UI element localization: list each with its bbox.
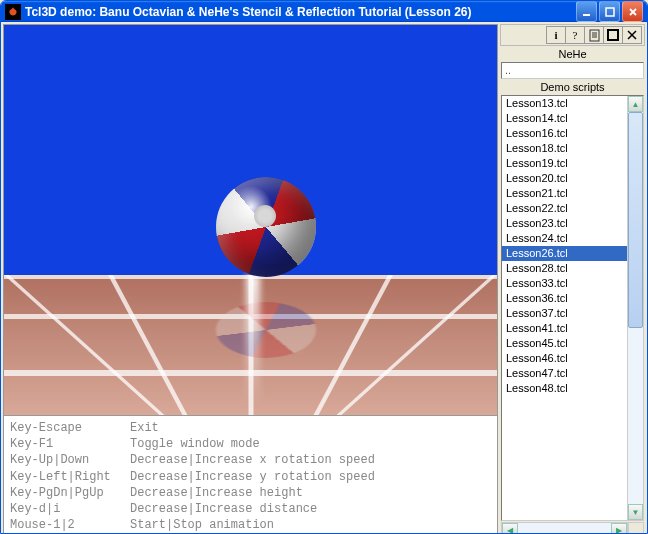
scroll-left-button[interactable]: ◀ [502,523,518,534]
minimize-button[interactable] [576,1,597,22]
help-line: Key-d|iDecrease|Increase distance [10,501,491,517]
list-item[interactable]: Lesson48.tcl [502,381,627,396]
svg-rect-6 [608,30,618,40]
help-text-panel: Key-EscapeExitKey-F1Toggle window modeKe… [4,415,497,534]
list-header: Demo scripts [500,79,645,95]
horizontal-scrollbar[interactable]: ◀ ▶ [501,522,644,534]
help-line: Key-F1Toggle window mode [10,436,491,452]
list-item[interactable]: Lesson33.tcl [502,276,627,291]
list-item[interactable]: Lesson24.tcl [502,231,627,246]
help-line: Key-Up|DownDecrease|Increase x rotation … [10,452,491,468]
scroll-up-button[interactable]: ▲ [628,96,643,112]
left-panel: Key-EscapeExitKey-F1Toggle window modeKe… [3,24,498,534]
list-item[interactable]: Lesson21.tcl [502,186,627,201]
svg-rect-0 [583,14,590,16]
client-area: Key-EscapeExitKey-F1Toggle window modeKe… [1,22,647,534]
main-row: Key-EscapeExitKey-F1Toggle window modeKe… [1,22,647,534]
app-window: Tcl3D demo: Banu Octavian & NeHe's Stenc… [0,0,648,534]
side-panel: i ? NeHe .. Demo scripts Lesson13.tclLes… [500,24,645,534]
path-input[interactable]: .. [501,62,644,79]
scroll-corner [628,522,644,534]
scroll-thumb[interactable] [628,112,643,328]
list-item[interactable]: Lesson18.tcl [502,141,627,156]
help-line: Key-Left|RightDecrease|Increase y rotati… [10,469,491,485]
help-line: Key-EscapeExit [10,420,491,436]
beach-ball [216,177,316,277]
list-item[interactable]: Lesson41.tcl [502,321,627,336]
help-line: Mouse-1|2Start|Stop animation [10,517,491,533]
app-icon [5,4,21,20]
help-line: Key-PgDn|PgUpDecrease|Increase height [10,485,491,501]
help-button[interactable]: ? [565,26,585,44]
list-item[interactable]: Lesson13.tcl [502,96,627,111]
scroll-track[interactable] [628,112,643,504]
list-item[interactable]: Lesson36.tcl [502,291,627,306]
list-item[interactable]: Lesson14.tcl [502,111,627,126]
window-title: Tcl3D demo: Banu Octavian & NeHe's Stenc… [25,5,576,19]
vertical-scrollbar[interactable]: ▲ ▼ [627,96,643,520]
list-item[interactable]: Lesson28.tcl [502,261,627,276]
list-item[interactable]: Lesson47.tcl [502,366,627,381]
script-list[interactable]: Lesson13.tclLesson14.tclLesson16.tclLess… [502,96,627,520]
list-item[interactable]: Lesson20.tcl [502,171,627,186]
window-controls [576,1,643,22]
list-item[interactable]: Lesson26.tcl [502,246,627,261]
ball-reflection [216,302,316,358]
list-item[interactable]: Lesson16.tcl [502,126,627,141]
close-button[interactable] [622,1,643,22]
side-toolbar: i ? [500,24,645,46]
panel-close-button[interactable] [622,26,642,44]
category-label: NeHe [500,46,645,62]
list-item[interactable]: Lesson23.tcl [502,216,627,231]
list-item[interactable]: Lesson19.tcl [502,156,627,171]
list-item[interactable]: Lesson37.tcl [502,306,627,321]
info-button[interactable]: i [546,26,566,44]
fullscreen-button[interactable] [603,26,623,44]
scroll-right-button[interactable]: ▶ [611,523,627,534]
svg-rect-1 [606,8,614,16]
script-list-wrap: Lesson13.tclLesson14.tclLesson16.tclLess… [501,95,644,521]
titlebar[interactable]: Tcl3D demo: Banu Octavian & NeHe's Stenc… [1,1,647,22]
opengl-canvas[interactable] [4,25,497,415]
maximize-button[interactable] [599,1,620,22]
doc-button[interactable] [584,26,604,44]
list-item[interactable]: Lesson45.tcl [502,336,627,351]
scroll-down-button[interactable]: ▼ [628,504,643,520]
list-item[interactable]: Lesson22.tcl [502,201,627,216]
list-item[interactable]: Lesson46.tcl [502,351,627,366]
